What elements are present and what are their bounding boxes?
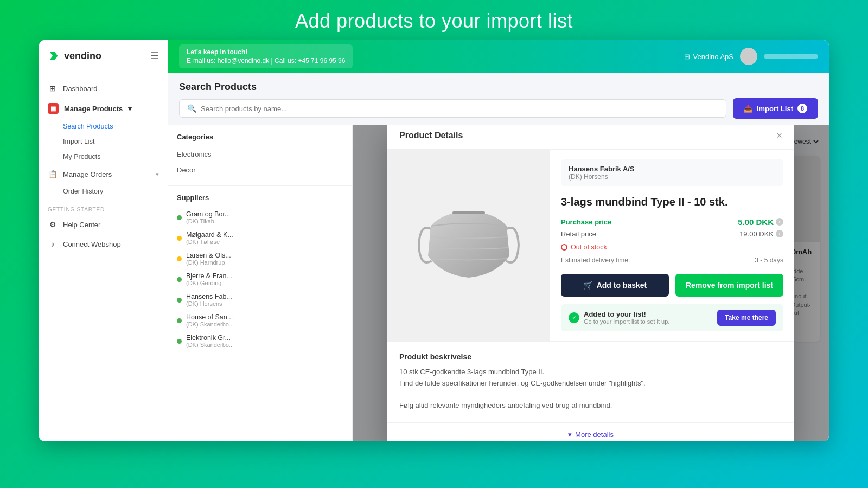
- modal-overlay: Product Details ×: [353, 125, 829, 441]
- supplier-1[interactable]: Mølgaard & K... (DK) Tølløse: [177, 228, 343, 248]
- supplier-name-3: Bjerre & Fran...: [186, 272, 232, 280]
- more-details-button[interactable]: ▾ More details: [387, 422, 794, 441]
- import-icon: 📥: [744, 105, 752, 113]
- modal-description: Produkt beskrivelse 10 stk CE-godkendte …: [387, 341, 794, 422]
- add-to-basket-button[interactable]: 🛒 Add to basket: [561, 274, 669, 297]
- supplier-0[interactable]: Gram og Bor... (DK) Tikab: [177, 207, 343, 228]
- added-notification: ✓ Added to your list! Go to your import …: [561, 304, 783, 331]
- retail-price-info-icon: i: [776, 230, 783, 237]
- product-details-modal: Product Details ×: [387, 125, 794, 441]
- sidebar-item-manage-orders[interactable]: 📋 Manage Orders ▾: [39, 164, 168, 184]
- contact-title: Let's keep in touch!: [187, 48, 345, 56]
- supplier-sub-1: (DK) Tølløse: [186, 239, 233, 245]
- connect-icon: ♪: [48, 239, 58, 249]
- sidebar-item-search-products[interactable]: Search Products: [39, 119, 168, 134]
- basket-icon: 🛒: [583, 281, 592, 290]
- sidebar-item-connect-webshop[interactable]: ♪ Connect Webshop: [39, 234, 168, 254]
- chevron-down-icon-more: ▾: [568, 431, 572, 439]
- supplier-dot-0: [177, 215, 182, 220]
- logo-mark: vendino: [48, 50, 101, 62]
- sidebar-item-manage-orders-label: Manage Orders: [63, 170, 112, 178]
- delivery-row: Estimated delivery time: 3 - 5 days: [561, 256, 783, 264]
- desc-title: Produkt beskrivelse: [399, 352, 782, 361]
- two-column-layout: Categories Electronics Decor Suppliers: [168, 125, 829, 441]
- page-title: Search Products: [168, 73, 829, 98]
- help-center-label: Help Center: [63, 221, 100, 229]
- supplier-4[interactable]: Hansens Fab... (DK) Horsens: [177, 290, 343, 310]
- supplier-card-name: Hansens Fabrik A/S: [569, 165, 776, 173]
- take-me-there-button[interactable]: Take me there: [717, 310, 776, 326]
- supplier-dot-1: [177, 236, 182, 241]
- supplier-name-2: Larsen & Ols...: [186, 252, 231, 259]
- sidebar-nav: ⊞ Dashboard ▣ Manage Products ▾ Search P…: [39, 72, 168, 441]
- desc-text: 10 stk CE-godkendte 3-lags mundbind Type…: [399, 367, 782, 412]
- import-list-badge: 8: [797, 104, 807, 113]
- user-avatar: [740, 48, 757, 65]
- search-row: 🔍 📥 Import List 8: [168, 98, 829, 125]
- retail-price-value: 19.00 DKK i: [739, 230, 783, 238]
- supplier-sub-4: (DK) Horsens: [186, 300, 232, 307]
- supplier-6[interactable]: Elektronik Gr... (DK) Skanderbo...: [177, 331, 343, 351]
- categories-section: Categories Electronics Decor: [168, 125, 352, 186]
- purchase-price-row: Purchase price 5.00 DKK i: [561, 217, 783, 227]
- supplier-name-1: Mølgaard & K...: [186, 231, 233, 239]
- search-icon: 🔍: [187, 104, 196, 113]
- check-icon: ✓: [569, 312, 579, 323]
- supplier-name-6: Elektronik Gr...: [186, 334, 234, 342]
- category-decor[interactable]: Decor: [177, 162, 343, 178]
- search-input[interactable]: [201, 105, 718, 113]
- supplier-dot-3: [177, 277, 182, 282]
- connect-webshop-label: Connect Webshop: [63, 240, 121, 248]
- sidebar-item-manage-products-label: Manage Products: [64, 105, 123, 113]
- sidebar-item-manage-products[interactable]: ▣ Manage Products ▾: [39, 98, 168, 119]
- supplier-name-4: Hansens Fab...: [186, 293, 232, 300]
- main-content: Let's keep in touch! E-mail us: hello@ve…: [168, 40, 829, 441]
- supplier-5[interactable]: House of San... (DK) Skanderbo...: [177, 310, 343, 331]
- import-list-button[interactable]: 📥 Import List 8: [733, 98, 818, 119]
- supplier-sub-6: (DK) Skanderbo...: [186, 342, 234, 348]
- svg-rect-6: [452, 211, 485, 214]
- left-panel: Categories Electronics Decor Suppliers: [168, 125, 353, 441]
- svg-marker-0: [50, 52, 58, 60]
- stock-status: Out of stock: [561, 243, 783, 251]
- grid-icon: ⊞: [48, 84, 58, 93]
- supplier-sub-2: (DK) Harndrup: [186, 259, 231, 266]
- supplier-dot-6: [177, 339, 182, 344]
- vendino-icon: ⊞: [684, 53, 690, 61]
- sidebar-item-import-list[interactable]: Import List: [39, 134, 168, 149]
- supplier-dot-5: [177, 318, 182, 323]
- import-list-btn-label: Import List: [757, 105, 793, 113]
- sidebar-item-dashboard[interactable]: ⊞ Dashboard: [39, 79, 168, 98]
- supplier-3[interactable]: Bjerre & Fran... (DK) Gørding: [177, 269, 343, 290]
- chevron-down-icon: ▾: [128, 105, 132, 113]
- clipboard-icon: 📋: [48, 169, 58, 179]
- delivery-label: Estimated delivery time:: [561, 256, 630, 264]
- logo-icon: [48, 50, 60, 62]
- desc-line2: Find de fulde specifikationer herunder, …: [399, 378, 782, 389]
- sidebar-item-dashboard-label: Dashboard: [63, 85, 98, 93]
- sidebar-logo: vendino ☰: [39, 40, 168, 72]
- category-electronics[interactable]: Electronics: [177, 146, 343, 162]
- supplier-sub-0: (DK) Tikab: [186, 218, 230, 224]
- modal-details: Hansens Fabrik A/S (DK) Horsens 3-lags m…: [550, 150, 794, 341]
- sidebar-item-my-products[interactable]: My Products: [39, 149, 168, 164]
- supplier-2[interactable]: Larsen & Ols... (DK) Harndrup: [177, 248, 343, 269]
- modal-product-title: 3-lags mundbind Type II - 10 stk.: [561, 195, 783, 209]
- desc-line3: Følg altid relevante myndigheders anbefa…: [399, 400, 782, 412]
- supplier-dot-2: [177, 256, 182, 261]
- import-list-label: Import List: [63, 138, 94, 145]
- supplier-card: Hansens Fabrik A/S (DK) Horsens: [561, 159, 783, 186]
- supplier-sub-5: (DK) Skanderbo...: [186, 321, 234, 328]
- sidebar: vendino ☰ ⊞ Dashboard ▣ Manage Products …: [39, 40, 168, 441]
- categories-title: Categories: [177, 133, 343, 141]
- sidebar-item-order-history[interactable]: Order History: [39, 184, 168, 199]
- hamburger-icon[interactable]: ☰: [150, 50, 159, 62]
- sidebar-item-help-center[interactable]: ⚙ Help Center: [39, 215, 168, 234]
- modal-close-button[interactable]: ×: [776, 130, 782, 142]
- right-panel: ‹ 1 › Sort by: Newest: [353, 125, 829, 441]
- mask-product-image: [414, 196, 523, 294]
- added-text-main: Added to your list!: [584, 310, 669, 318]
- remove-from-import-button[interactable]: Remove from import list: [675, 274, 783, 297]
- supplier-dot-4: [177, 298, 182, 303]
- delivery-value: 3 - 5 days: [755, 256, 783, 264]
